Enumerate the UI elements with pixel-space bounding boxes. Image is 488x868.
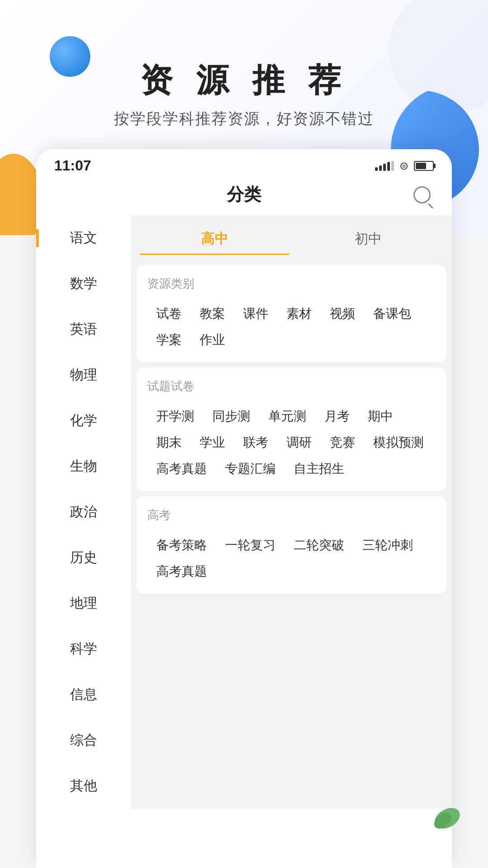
tag-二轮突破[interactable]: 二轮突破	[285, 532, 353, 558]
tag-备考策略[interactable]: 备考策略	[147, 532, 216, 558]
section-label-resource-type: 资源类别	[147, 276, 436, 292]
section-label-exam-type: 试题试卷	[147, 378, 436, 394]
sidebar-item-kexue[interactable]: 科学	[36, 626, 131, 672]
tag-竞赛[interactable]: 竞赛	[321, 429, 364, 456]
tag-专题汇编[interactable]: 专题汇编	[216, 456, 285, 482]
section-exam-type: 试题试卷开学测同步测单元测月考期中期末学业联考调研竞赛模拟预测高考真题专题汇编自…	[136, 368, 446, 491]
sub-tabs: 高中初中	[131, 215, 452, 259]
section-label-gaokao: 高考	[147, 507, 436, 523]
top-nav: 分类	[36, 179, 452, 215]
status-bar: 11:07 ⊜	[36, 149, 452, 179]
tag-视频[interactable]: 视频	[321, 301, 364, 327]
battery-icon	[414, 161, 434, 171]
sidebar-item-wuli[interactable]: 物理	[36, 352, 131, 398]
search-button[interactable]	[410, 183, 434, 207]
status-time: 11:07	[54, 157, 91, 174]
tag-期末[interactable]: 期末	[147, 429, 191, 456]
tag-高考真题[interactable]: 高考真题	[147, 456, 216, 482]
phone-screen: 11:07 ⊜ 分类 语文数学英语物理化学生物政治历史地理科学信息综合其他 高中…	[36, 149, 452, 868]
tag-试卷[interactable]: 试卷	[147, 301, 191, 327]
tag-开学测[interactable]: 开学测	[147, 403, 203, 429]
status-icons: ⊜	[375, 160, 434, 172]
tag-模拟预测[interactable]: 模拟预测	[364, 429, 433, 456]
tag-学案[interactable]: 学案	[147, 327, 191, 353]
sidebar-item-shengwu[interactable]: 生物	[36, 443, 131, 489]
tags-gaokao: 备考策略一轮复习二轮突破三轮冲刺高考真题	[147, 532, 436, 585]
tag-月考[interactable]: 月考	[315, 403, 359, 429]
nav-title: 分类	[227, 183, 261, 206]
leaf-decoration	[425, 796, 461, 832]
tag-作业[interactable]: 作业	[191, 327, 234, 353]
tag-一轮复习[interactable]: 一轮复习	[216, 532, 285, 558]
tag-课件[interactable]: 课件	[234, 301, 277, 327]
tag-同步测[interactable]: 同步测	[203, 403, 259, 429]
sidebar-item-dili[interactable]: 地理	[36, 580, 131, 626]
tag-期中[interactable]: 期中	[359, 403, 402, 429]
tags-resource-type: 试卷教案课件素材视频备课包学案作业	[147, 301, 436, 353]
hero-title: 资 源 推 荐	[0, 59, 488, 102]
wifi-icon: ⊜	[399, 160, 408, 172]
sidebar-item-yingyu[interactable]: 英语	[36, 307, 131, 352]
sidebar-item-huaxue[interactable]: 化学	[36, 398, 131, 443]
subtab-chuzhong[interactable]: 初中	[294, 224, 443, 255]
search-icon	[413, 186, 431, 203]
tag-备课包[interactable]: 备课包	[364, 301, 420, 327]
sidebar-item-zonghe[interactable]: 综合	[36, 717, 131, 763]
section-gaokao: 高考备考策略一轮复习二轮突破三轮冲刺高考真题	[136, 496, 446, 594]
sidebar-item-lishi[interactable]: 历史	[36, 535, 131, 580]
tag-学业[interactable]: 学业	[191, 429, 234, 456]
sidebar-item-shuxue[interactable]: 数学	[36, 261, 131, 307]
main-content: 语文数学英语物理化学生物政治历史地理科学信息综合其他 高中初中 资源类别试卷教案…	[36, 215, 452, 809]
tag-教案[interactable]: 教案	[191, 301, 234, 327]
tag-素材[interactable]: 素材	[277, 301, 321, 327]
hero-subtitle: 按学段学科推荐资源，好资源不错过	[0, 108, 488, 129]
subject-sidebar: 语文数学英语物理化学生物政治历史地理科学信息综合其他	[36, 215, 131, 809]
tag-高考真题[interactable]: 高考真题	[147, 558, 216, 585]
sidebar-item-xinxi[interactable]: 信息	[36, 672, 131, 717]
subtab-gaozhong[interactable]: 高中	[140, 224, 289, 255]
section-resource-type: 资源类别试卷教案课件素材视频备课包学案作业	[136, 265, 446, 362]
tag-联考[interactable]: 联考	[234, 429, 277, 456]
tag-单元测[interactable]: 单元测	[259, 403, 315, 429]
sidebar-item-qita[interactable]: 其他	[36, 763, 131, 809]
sidebar-item-zhengzhi[interactable]: 政治	[36, 489, 131, 535]
tag-调研[interactable]: 调研	[277, 429, 321, 456]
tags-exam-type: 开学测同步测单元测月考期中期末学业联考调研竞赛模拟预测高考真题专题汇编自主招生	[147, 403, 436, 482]
tag-自主招生[interactable]: 自主招生	[285, 456, 353, 482]
sidebar-item-yuwen[interactable]: 语文	[36, 215, 131, 261]
signal-icon	[375, 161, 394, 171]
tag-三轮冲刺[interactable]: 三轮冲刺	[353, 532, 422, 558]
content-area: 高中初中 资源类别试卷教案课件素材视频备课包学案作业试题试卷开学测同步测单元测月…	[131, 215, 452, 809]
